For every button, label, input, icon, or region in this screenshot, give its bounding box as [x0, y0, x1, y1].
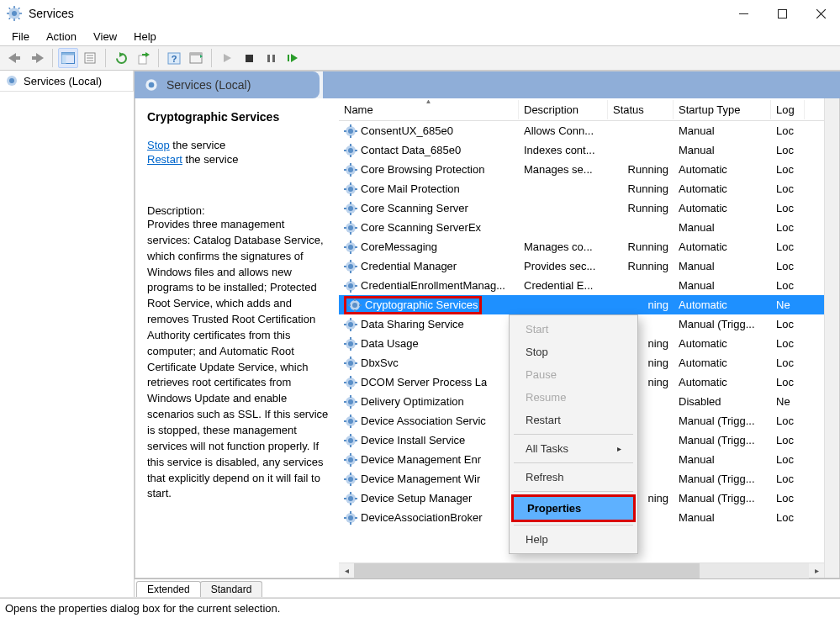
- svg-rect-60: [344, 169, 346, 171]
- menu-view[interactable]: View: [85, 29, 125, 45]
- scroll-left-icon[interactable]: ◂: [339, 563, 354, 578]
- svg-rect-6: [8, 8, 11, 10]
- tab-extended[interactable]: Extended: [136, 581, 201, 597]
- svg-rect-132: [344, 401, 346, 403]
- vertical-scrollbar[interactable]: [824, 98, 839, 578]
- cm-stop[interactable]: Stop: [512, 341, 635, 363]
- svg-rect-137: [350, 425, 351, 428]
- svg-rect-162: [344, 498, 346, 499]
- svg-point-57: [348, 167, 353, 172]
- back-icon[interactable]: [5, 48, 25, 68]
- minimize-button[interactable]: [724, 0, 763, 27]
- svg-rect-166: [350, 511, 351, 514]
- refresh-icon[interactable]: [111, 48, 131, 68]
- col-startup[interactable]: Startup Type: [674, 100, 771, 119]
- svg-marker-16: [36, 53, 44, 63]
- col-description[interactable]: Description: [519, 100, 608, 119]
- services-icon: [7, 6, 22, 21]
- svg-marker-14: [8, 53, 16, 63]
- svg-rect-107: [350, 329, 351, 331]
- cm-help[interactable]: Help: [512, 528, 635, 551]
- properties-icon[interactable]: [80, 48, 100, 68]
- menu-help[interactable]: Help: [125, 29, 165, 45]
- status-bar: Opens the properties dialog box for the …: [0, 598, 840, 618]
- scroll-thumb[interactable]: [354, 563, 700, 578]
- col-status[interactable]: Status: [608, 100, 674, 119]
- svg-rect-112: [350, 337, 351, 340]
- play-icon[interactable]: [217, 48, 237, 68]
- svg-rect-38: [288, 55, 289, 61]
- show-hide-tree-icon[interactable]: [58, 48, 78, 68]
- table-row[interactable]: CoreMessagingManages co...RunningAutomat…: [339, 237, 824, 256]
- table-row[interactable]: Core Browsing ProtectionManages se...Run…: [339, 160, 824, 179]
- svg-rect-109: [355, 324, 357, 325]
- svg-rect-151: [355, 459, 357, 461]
- svg-point-75: [348, 225, 353, 230]
- tab-standard[interactable]: Standard: [200, 581, 263, 597]
- svg-rect-114: [344, 343, 346, 345]
- cm-refresh[interactable]: Refresh: [512, 466, 635, 489]
- svg-point-147: [348, 457, 353, 462]
- col-logon[interactable]: Log: [771, 100, 805, 119]
- svg-rect-61: [355, 169, 357, 171]
- restart-link[interactable]: Restart: [147, 153, 182, 166]
- svg-rect-115: [355, 343, 357, 345]
- forward-icon[interactable]: [27, 48, 47, 68]
- svg-rect-150: [344, 459, 346, 461]
- pause-icon[interactable]: [261, 48, 281, 68]
- table-row[interactable]: ConsentUX_685e0Allows Conn...ManualLoc: [339, 121, 824, 140]
- svg-rect-136: [350, 415, 351, 417]
- export-icon[interactable]: [133, 48, 153, 68]
- svg-rect-32: [190, 53, 202, 55]
- cm-all-tasks[interactable]: All Tasks▸: [512, 437, 635, 460]
- scroll-right-icon[interactable]: ▸: [809, 563, 824, 578]
- svg-rect-148: [350, 453, 351, 456]
- menu-action[interactable]: Action: [38, 29, 85, 45]
- svg-rect-161: [350, 503, 351, 505]
- svg-rect-118: [350, 357, 351, 359]
- svg-rect-35: [246, 55, 253, 62]
- svg-point-141: [348, 438, 353, 443]
- table-row[interactable]: Credential ManagerProvides sec...Running…: [339, 256, 824, 276]
- stop-link[interactable]: Stop: [147, 139, 170, 151]
- table-row[interactable]: Core Mail ProtectionRunningAutomaticLoc: [339, 179, 824, 198]
- svg-rect-143: [350, 445, 351, 447]
- svg-rect-156: [344, 478, 346, 480]
- svg-rect-126: [344, 382, 346, 383]
- toolbar: ?: [0, 45, 840, 71]
- svg-rect-4: [7, 13, 9, 14]
- cm-properties[interactable]: Properties: [514, 497, 633, 520]
- table-row[interactable]: Core Scanning ServerExManualLoc: [339, 218, 824, 237]
- svg-rect-144: [344, 440, 346, 441]
- svg-rect-133: [355, 401, 357, 403]
- svg-rect-5: [19, 13, 22, 14]
- detail-pane: Services (Local) Cryptographic Services …: [135, 71, 840, 597]
- maximize-button[interactable]: [763, 0, 801, 27]
- restart-icon[interactable]: [283, 48, 303, 68]
- svg-rect-64: [350, 182, 351, 185]
- tree-pane: Services (Local): [0, 71, 135, 597]
- svg-rect-131: [350, 406, 351, 409]
- close-button[interactable]: [801, 0, 840, 27]
- cm-restart[interactable]: Restart: [512, 409, 635, 431]
- tree-item-services-local[interactable]: Services (Local): [0, 71, 134, 92]
- horizontal-scrollbar[interactable]: ◂ ▸: [339, 563, 824, 578]
- cm-resume: Resume: [512, 386, 635, 409]
- table-row[interactable]: Core Scanning ServerRunningAutomaticLoc: [339, 198, 824, 218]
- col-name[interactable]: Name ▲: [339, 100, 519, 119]
- svg-rect-103: [359, 304, 362, 306]
- help-icon[interactable]: ?: [164, 48, 184, 68]
- svg-rect-15: [15, 56, 20, 60]
- filter-icon[interactable]: [186, 48, 206, 68]
- svg-rect-17: [32, 56, 37, 60]
- menu-file[interactable]: File: [3, 29, 38, 45]
- svg-point-123: [348, 380, 353, 385]
- stop-icon[interactable]: [239, 48, 259, 68]
- svg-point-93: [348, 283, 353, 288]
- detail-header: Services (Local): [135, 71, 320, 98]
- table-row[interactable]: Cryptographic ServicesningAutomaticNe: [339, 295, 824, 314]
- svg-rect-154: [350, 473, 351, 475]
- table-row[interactable]: Contact Data_685e0Indexes cont...ManualL…: [339, 140, 824, 160]
- svg-rect-89: [350, 271, 351, 273]
- svg-rect-96: [344, 285, 346, 287]
